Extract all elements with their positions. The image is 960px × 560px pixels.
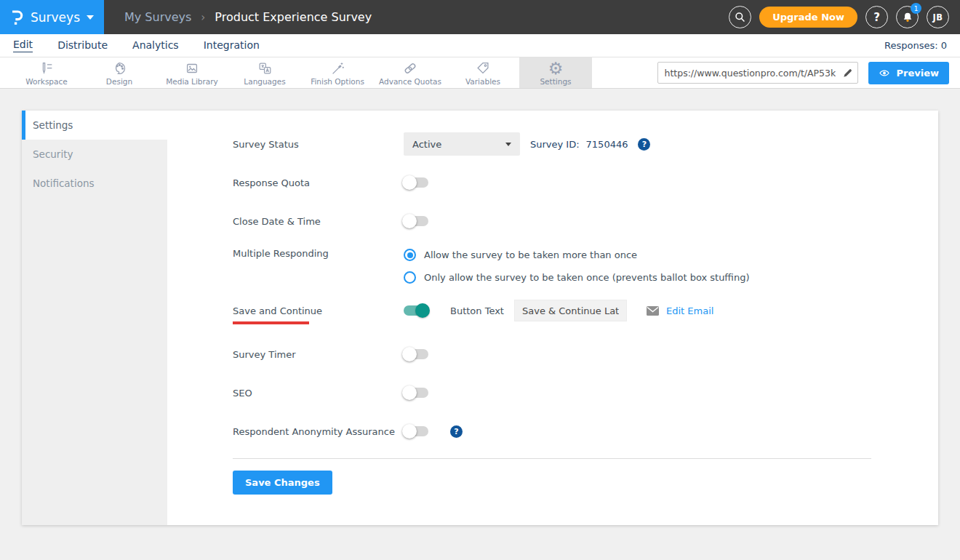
- search-button[interactable]: [729, 6, 751, 28]
- toggle-knob: [402, 385, 417, 400]
- toggle-knob: [402, 424, 417, 439]
- settings-card: Settings Security Notifications Survey S…: [22, 111, 938, 525]
- response-quota-row: Response Quota: [233, 171, 938, 194]
- user-avatar[interactable]: JB: [927, 6, 949, 28]
- variables-icon: [474, 60, 492, 76]
- close-date-row: Close Date & Time: [233, 209, 938, 233]
- questionpro-logo-icon: [10, 9, 24, 26]
- multiple-responding-options: Allow the survey to be taken more than o…: [404, 248, 750, 284]
- radio-option-label: Allow the survey to be taken more than o…: [424, 249, 637, 260]
- toolbar-advance-quotas-label: Advance Quotas: [379, 77, 441, 86]
- respondent-anonymity-label: Respondent Anonymity Assurance: [233, 426, 404, 437]
- survey-url-input[interactable]: [658, 68, 837, 79]
- toggle-knob: [402, 347, 417, 361]
- anonymity-help-icon[interactable]: ?: [450, 425, 463, 438]
- preview-button-label: Preview: [896, 68, 939, 79]
- design-icon: [111, 60, 128, 76]
- question-mark-icon: ?: [873, 11, 880, 24]
- survey-status-select[interactable]: Active: [404, 132, 520, 156]
- chevron-down-icon: [87, 15, 94, 20]
- settings-gear-icon: ⚙: [548, 60, 564, 76]
- media-library-icon: [183, 60, 201, 76]
- close-date-label: Close Date & Time: [233, 216, 404, 227]
- notifications-button[interactable]: 1: [896, 6, 919, 28]
- product-switcher-label: Surveys: [31, 10, 80, 25]
- product-switcher[interactable]: Surveys: [0, 0, 104, 34]
- advance-quotas-icon: [401, 60, 419, 76]
- toolbar-design[interactable]: Design: [83, 57, 156, 88]
- breadcrumb-my-surveys[interactable]: My Surveys: [124, 10, 191, 24]
- survey-nav-tabs: Edit Distribute Analytics Integration Re…: [0, 34, 960, 57]
- respondent-anonymity-toggle[interactable]: [404, 426, 428, 436]
- toolbar-settings-label: Settings: [540, 77, 571, 86]
- sidebar-item-settings[interactable]: Settings: [22, 111, 167, 140]
- tab-distribute[interactable]: Distribute: [57, 39, 108, 52]
- pencil-icon: [842, 68, 853, 79]
- settings-form: Survey Status Active Survey ID: 7150446 …: [167, 111, 938, 525]
- page-body: Settings Security Notifications Survey S…: [0, 89, 960, 525]
- toggle-knob: [402, 214, 417, 228]
- upgrade-now-button[interactable]: Upgrade Now: [759, 7, 857, 28]
- search-icon: [734, 11, 746, 23]
- breadcrumb-separator: ›: [201, 11, 205, 24]
- tab-edit[interactable]: Edit: [13, 39, 33, 52]
- save-and-continue-row: Save and Continue Button Text Edit Email: [233, 299, 938, 322]
- seo-label: SEO: [233, 388, 404, 399]
- breadcrumb: My Surveys › Product Experience Survey: [124, 10, 372, 24]
- response-quota-toggle[interactable]: [404, 177, 428, 188]
- save-changes-button[interactable]: Save Changes: [233, 471, 332, 495]
- multiple-responding-label: Multiple Responding: [233, 248, 404, 259]
- toolbar-advance-quotas[interactable]: Advance Quotas: [374, 57, 447, 88]
- survey-url-box: [657, 62, 858, 84]
- preview-button[interactable]: Preview: [868, 62, 949, 84]
- sidebar-item-security[interactable]: Security: [22, 140, 167, 169]
- radio-option-only-once[interactable]: Only allow the survey to be taken once (…: [404, 271, 750, 284]
- toolbar-languages-label: Languages: [244, 77, 285, 86]
- toolbar-variables[interactable]: Variables: [447, 57, 519, 88]
- toolbar-design-label: Design: [106, 77, 132, 86]
- toolbar-languages[interactable]: Languages: [228, 57, 301, 88]
- top-header: Surveys My Surveys › Product Experience …: [0, 0, 960, 34]
- help-button[interactable]: ?: [865, 6, 888, 28]
- radio-option-allow-multiple[interactable]: Allow the survey to be taken more than o…: [404, 249, 750, 261]
- survey-id-label: Survey ID:: [530, 139, 580, 150]
- toolbar-workspace[interactable]: Workspace: [10, 57, 83, 88]
- notification-count-badge: 1: [911, 3, 921, 14]
- radio-option-label: Only allow the survey to be taken once (…: [424, 272, 750, 283]
- seo-toggle[interactable]: [404, 388, 428, 398]
- edit-toolbar: Workspace Design Media Library: [0, 57, 960, 89]
- tab-integration[interactable]: Integration: [204, 39, 260, 52]
- survey-timer-label: Survey Timer: [233, 349, 404, 360]
- tab-analytics[interactable]: Analytics: [132, 39, 179, 52]
- seo-row: SEO: [233, 381, 938, 404]
- header-actions: Upgrade Now ? 1 JB: [729, 6, 960, 28]
- survey-id-value: 7150446: [586, 139, 628, 150]
- finish-options-icon: [329, 60, 346, 76]
- sidebar-item-notifications[interactable]: Notifications: [22, 169, 167, 198]
- toolbar-media-library-label: Media Library: [166, 77, 218, 86]
- toolbar-finish-options[interactable]: Finish Options: [301, 57, 374, 88]
- page-title: Product Experience Survey: [215, 10, 372, 24]
- toolbar-settings[interactable]: ⚙ Settings: [519, 57, 592, 88]
- toggle-knob: [415, 303, 430, 318]
- toolbar-workspace-label: Workspace: [25, 77, 67, 86]
- eye-icon: [879, 68, 890, 78]
- button-text-input[interactable]: [514, 300, 627, 321]
- survey-id-help-icon[interactable]: ?: [638, 138, 650, 151]
- responses-count: Responses: 0: [884, 40, 947, 51]
- survey-status-label: Survey Status: [233, 139, 404, 150]
- toolbar-media-library[interactable]: Media Library: [156, 57, 228, 88]
- save-and-continue-toggle[interactable]: [404, 305, 428, 316]
- edit-url-button[interactable]: [837, 63, 857, 83]
- survey-timer-toggle[interactable]: [404, 349, 428, 359]
- close-date-toggle[interactable]: [404, 216, 428, 226]
- toolbar-right: Preview: [657, 57, 960, 88]
- save-and-continue-label: Save and Continue: [233, 305, 404, 316]
- bell-icon: [902, 11, 913, 23]
- envelope-icon: [646, 305, 660, 316]
- workspace-icon: [38, 60, 55, 76]
- languages-icon: [256, 60, 273, 76]
- edit-email-link[interactable]: Edit Email: [666, 305, 713, 316]
- survey-status-row: Survey Status Active Survey ID: 7150446 …: [233, 132, 938, 156]
- multiple-responding-row: Multiple Responding Allow the survey to …: [233, 248, 938, 284]
